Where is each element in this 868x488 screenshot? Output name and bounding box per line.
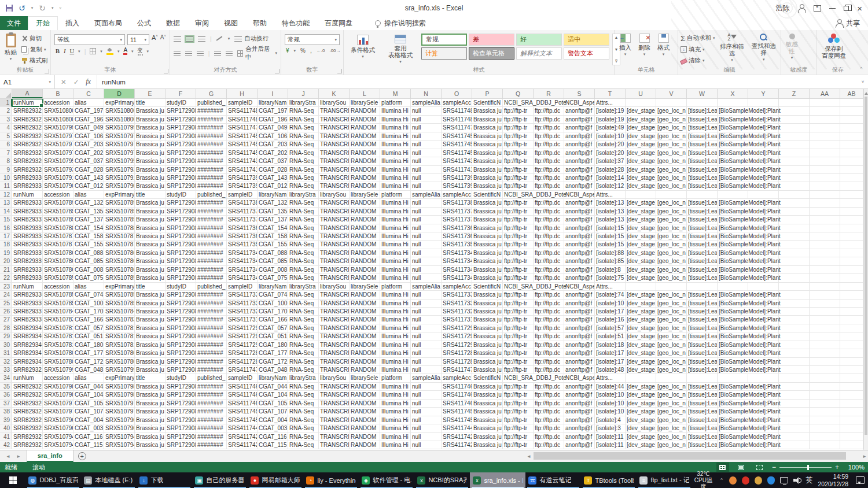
cell[interactable]: CGAT_135 bbox=[258, 208, 288, 215]
cell[interactable]: null bbox=[411, 383, 442, 390]
column-header-V[interactable]: V bbox=[656, 89, 687, 98]
cell[interactable]: [geo_loc_n bbox=[656, 157, 687, 165]
cell[interactable]: studyID bbox=[165, 191, 196, 198]
cell[interactable]: SRS411734 bbox=[227, 266, 258, 273]
cell[interactable]: [isolate]:3 bbox=[595, 424, 626, 432]
cell[interactable]: ######## bbox=[196, 358, 227, 365]
cell[interactable]: anonftp@f bbox=[564, 116, 595, 123]
row-header-2[interactable]: 2 bbox=[0, 107, 12, 114]
cell-style-好[interactable]: 好 bbox=[516, 34, 562, 46]
cell[interactable]: ftp://ftp-tr bbox=[503, 341, 534, 349]
cell[interactable]: [isolate]:20 bbox=[595, 141, 626, 148]
cell[interactable]: anonftp@f bbox=[564, 157, 595, 165]
cell[interactable]: TRANSCRI bbox=[319, 408, 350, 415]
cell[interactable]: [dev_stage bbox=[626, 383, 656, 390]
cell[interactable]: ftp://ftp.dc bbox=[534, 141, 564, 148]
cell[interactable]: CGAT_100 bbox=[73, 300, 104, 307]
cell[interactable] bbox=[810, 257, 840, 265]
cell[interactable]: SRP172908 bbox=[165, 216, 196, 223]
cell[interactable]: published_ bbox=[196, 191, 227, 198]
cell[interactable]: ftp://ftp-tr bbox=[503, 324, 534, 332]
row-header-30[interactable]: 30 bbox=[0, 341, 12, 349]
taskbar-item-drive-icon[interactable]: ▤本地磁盘 (E:) bbox=[81, 472, 137, 488]
cell[interactable]: TRANSCRI bbox=[319, 116, 350, 123]
cell[interactable]: [geo_loc_n bbox=[656, 166, 687, 173]
cell[interactable]: [isolate]:13 bbox=[595, 199, 626, 206]
cell[interactable] bbox=[840, 391, 863, 398]
number-format-select[interactable]: 常规▾ bbox=[285, 34, 340, 45]
cell[interactable]: Brassica ju bbox=[135, 424, 165, 432]
row-header-3[interactable]: 3 bbox=[0, 116, 12, 123]
cell[interactable]: CGAT_166 bbox=[73, 316, 104, 323]
cell[interactable]: ######## bbox=[196, 332, 227, 340]
cell[interactable]: SRP172908 bbox=[165, 383, 196, 390]
cell[interactable]: title bbox=[135, 374, 165, 382]
cell[interactable]: SRP172908 bbox=[165, 324, 196, 332]
cell[interactable]: CGAT_202 bbox=[73, 149, 104, 157]
cell[interactable]: CGAT_075 bbox=[73, 274, 104, 282]
cell[interactable] bbox=[626, 374, 656, 382]
cell[interactable]: [BioSampleModel]:Plant bbox=[718, 124, 779, 131]
cell[interactable]: TRANSCRI bbox=[319, 383, 350, 390]
cell[interactable]: ftp://ftp.dc bbox=[534, 391, 564, 398]
cell[interactable] bbox=[810, 157, 840, 165]
align-top-icon[interactable] bbox=[174, 36, 181, 42]
cell[interactable] bbox=[840, 107, 863, 114]
cell[interactable]: TRANSCRI bbox=[319, 316, 350, 323]
cell[interactable] bbox=[687, 283, 718, 290]
cell[interactable] bbox=[718, 374, 748, 382]
cell[interactable]: CGAT_203 bbox=[73, 141, 104, 148]
cell[interactable]: Brassica ju bbox=[135, 400, 165, 407]
clipboard-dialog-launcher[interactable] bbox=[45, 69, 49, 73]
row-header-7[interactable]: 7 bbox=[0, 149, 12, 157]
cell[interactable]: Brassica ju bbox=[135, 216, 165, 223]
cell[interactable]: CGAT_044 bbox=[258, 383, 288, 390]
cell[interactable]: RANDOM bbox=[350, 232, 380, 240]
cell[interactable] bbox=[840, 257, 863, 265]
cell[interactable]: [BioSampleModel]:Plant bbox=[718, 316, 779, 323]
cell[interactable]: ftp://ftp-tr bbox=[503, 208, 534, 215]
cell[interactable]: librarySou bbox=[319, 283, 350, 290]
cell[interactable]: SRX510788 bbox=[43, 224, 73, 232]
cell[interactable]: Illumina Hi bbox=[380, 266, 411, 273]
tab-3[interactable]: 页面布局 bbox=[87, 16, 130, 30]
cell[interactable]: [dev_stage bbox=[626, 266, 656, 273]
cell[interactable]: CGAT_004 bbox=[73, 416, 104, 424]
cell[interactable]: SRX510799 bbox=[104, 124, 135, 131]
cell[interactable]: Brassica ju bbox=[135, 441, 165, 449]
row-header-32[interactable]: 32 bbox=[0, 358, 12, 365]
cell[interactable] bbox=[840, 400, 863, 407]
cell[interactable]: ######## bbox=[196, 199, 227, 206]
cell[interactable]: SRS411745 bbox=[442, 408, 472, 415]
cell[interactable] bbox=[810, 400, 840, 407]
cell[interactable]: [dev_stage bbox=[626, 157, 656, 165]
cell[interactable]: librarySele bbox=[350, 374, 380, 382]
cell[interactable] bbox=[810, 341, 840, 349]
cell[interactable]: Brassica ju bbox=[472, 116, 503, 123]
cell[interactable]: [geo_loc_n bbox=[656, 308, 687, 315]
cell[interactable]: anonftp@f bbox=[564, 349, 595, 357]
cell[interactable]: [geo_loc_n bbox=[656, 257, 687, 265]
cell[interactable]: [isolate]:11 bbox=[595, 433, 626, 441]
cell-style-差[interactable]: 差 bbox=[469, 34, 514, 46]
tell-me-search[interactable]: 操作说明搜索 bbox=[375, 16, 426, 30]
cell[interactable]: SRX510800 bbox=[104, 107, 135, 114]
cell[interactable]: ######## bbox=[196, 391, 227, 398]
cell-style-解释性文本[interactable]: 解释性文本 bbox=[516, 47, 562, 60]
cell[interactable]: RNA-Seq bbox=[288, 257, 319, 265]
cell[interactable]: null bbox=[411, 141, 442, 148]
cell[interactable]: RANDOM bbox=[350, 157, 380, 165]
cell[interactable]: ######## bbox=[196, 182, 227, 190]
cell[interactable]: Brassica ju bbox=[135, 300, 165, 307]
cell[interactable]: Brassica ju bbox=[472, 124, 503, 131]
row-header-11[interactable]: 11 bbox=[0, 182, 12, 190]
cell[interactable]: SRS411729 bbox=[442, 332, 472, 340]
cell[interactable]: SRS411746 bbox=[442, 383, 472, 390]
cell[interactable]: ftp://ftp-tr bbox=[503, 300, 534, 307]
cell[interactable]: RNA-Seq bbox=[288, 332, 319, 340]
cell[interactable]: Brassica ju bbox=[472, 157, 503, 165]
cell[interactable]: [geo_loc_n bbox=[656, 316, 687, 323]
cell[interactable]: null bbox=[411, 332, 442, 340]
cell[interactable] bbox=[810, 283, 840, 290]
cell[interactable]: sampleID bbox=[227, 99, 258, 106]
